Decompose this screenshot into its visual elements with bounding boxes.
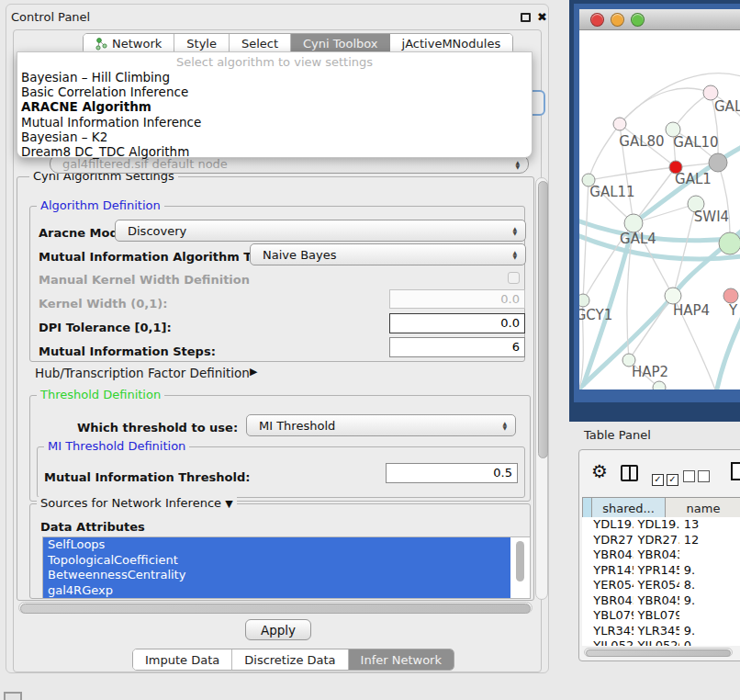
which-threshold-combo[interactable]: MI Threshold ▲▼: [246, 414, 516, 436]
hub-section-label[interactable]: Hub/Transcription Factor Definition: [35, 366, 250, 380]
mi-steps-label: Mutual Information Steps:: [39, 344, 216, 358]
network-node-label: HAP4: [673, 302, 710, 319]
settings-vscrollbar-thumb[interactable]: [538, 181, 548, 458]
tab-discretize-data[interactable]: Discretize Data: [232, 649, 348, 670]
tab-infer-network[interactable]: Infer Network: [349, 649, 454, 670]
table-row[interactable]: YBL079WYBL079W: [582, 608, 740, 624]
algorithm-dropdown: Select algorithm to view settings Bayesi…: [17, 51, 533, 158]
data-attribute-item[interactable]: BetweennessCentrality: [43, 568, 510, 583]
minimized-panel-icon[interactable]: [4, 692, 22, 700]
dpi-tolerance-field[interactable]: 0.0: [389, 313, 525, 333]
deselect-all-columns-icon[interactable]: [683, 469, 712, 486]
network-node[interactable]: [624, 214, 643, 232]
algorithm-option[interactable]: Bayesian – Hill Climbing: [17, 70, 532, 85]
data-attribute-item[interactable]: SelfLoops: [43, 537, 510, 553]
settings-hscrollbar-thumb[interactable]: [20, 604, 531, 614]
algorithm-option[interactable]: ARACNE Algorithm: [17, 99, 532, 114]
kernel-width-label: Kernel Width (0,1):: [39, 297, 167, 310]
table-row[interactable]: YLR345WYLR345W9.: [582, 624, 740, 639]
table-cell: YBL079W: [589, 608, 633, 624]
table-column-header[interactable]: [582, 497, 592, 519]
export-table-icon[interactable]: [731, 462, 740, 480]
sources-title[interactable]: Sources for Network Inference ▼: [37, 497, 237, 511]
table-row[interactable]: YBR045CYBR045C9.: [582, 593, 740, 609]
network-node[interactable]: [579, 294, 589, 307]
algorithm-definition-title: Algorithm Definition: [37, 199, 164, 212]
table-cell: [582, 578, 589, 593]
network-canvas[interactable]: GAL2GAL80GAL10GAL1GAL11SWI4GAL4HAP4YGCY1…: [579, 29, 740, 390]
algorithm-option[interactable]: Basic Correlation Inference: [17, 85, 532, 99]
apply-button[interactable]: Apply: [245, 619, 311, 640]
select-all-columns-icon[interactable]: ✓✓: [652, 469, 681, 486]
table-row[interactable]: YBR043CYBR043C: [582, 548, 740, 563]
tab-jactivemnodules[interactable]: jActiveMNodules: [390, 34, 513, 53]
tab-style[interactable]: Style: [174, 34, 230, 53]
table-cell: YBR043C: [589, 548, 633, 563]
table-hscrollbar[interactable]: [584, 648, 733, 657]
table-column-header[interactable]: shared...: [592, 497, 666, 519]
mi-threshold-label: Mutual Information Threshold:: [44, 470, 250, 484]
data-attributes-list[interactable]: SelfLoopsTopologicalCoefficientBetweenne…: [42, 536, 531, 599]
tab-jactivemnodules-label: jActiveMNodules: [402, 37, 501, 51]
table-cell: [582, 624, 589, 639]
table-header-row[interactable]: shared...nameA: [582, 497, 740, 519]
network-node[interactable]: [653, 381, 666, 390]
algorithm-option[interactable]: Bayesian – K2: [17, 130, 532, 144]
network-window-titlebar[interactable]: [579, 9, 740, 30]
stepper-icon: ▲▼: [502, 421, 507, 430]
bottom-tabbar: Impute Data Discretize Data Infer Networ…: [132, 649, 454, 671]
table-cell: YPR145W: [633, 563, 679, 579]
traffic-light-zoom-icon[interactable]: [631, 13, 645, 27]
table-row[interactable]: YIL052CYIL052C0.: [582, 638, 740, 646]
gear-icon[interactable]: ⚙: [591, 462, 608, 480]
mi-threshold-field[interactable]: 0.5: [386, 463, 518, 483]
traffic-light-minimize-icon[interactable]: [611, 13, 624, 27]
table-cell: [582, 548, 589, 563]
close-icon[interactable]: ✖: [537, 11, 547, 23]
table-row[interactable]: YER054CYER054C8.: [582, 578, 740, 593]
table-row[interactable]: YPR145WYPR145W9.: [582, 563, 740, 579]
tab-select[interactable]: Select: [230, 34, 291, 53]
table-row[interactable]: YDL19...YDL19...13: [582, 517, 740, 533]
tab-impute-data[interactable]: Impute Data: [133, 649, 232, 670]
network-node-label: GAL11: [589, 184, 634, 200]
settings-hscrollbar[interactable]: [18, 602, 533, 614]
tab-network[interactable]: Network: [84, 34, 174, 53]
table-column-header[interactable]: name: [666, 497, 740, 519]
algorithm-option[interactable]: Dream8 DC_TDC Algorithm: [17, 144, 532, 159]
table-cell: YDR27...: [633, 533, 679, 548]
table-row[interactable]: YDR27...YDR27...12: [582, 533, 740, 548]
traffic-light-close-icon[interactable]: [590, 13, 604, 27]
network-node[interactable]: [723, 288, 738, 303]
mi-type-label: Mutual Information Algorithm Type:: [39, 250, 280, 264]
network-node[interactable]: [719, 232, 740, 254]
manual-kernel-checkbox[interactable]: [508, 272, 520, 284]
data-attribute-item[interactable]: gal4RGexp: [43, 583, 510, 599]
data-attribute-item[interactable]: TopologicalCoefficient: [43, 553, 510, 569]
collapse-arrow-icon[interactable]: ▶: [250, 366, 257, 378]
mi-steps-field[interactable]: 6: [389, 337, 525, 357]
table-body[interactable]: YDL19...YDL19...13YDR27...YDR27...12YBR0…: [582, 517, 740, 646]
float-window-icon[interactable]: [521, 13, 531, 22]
network-view-window[interactable]: GAL2GAL80GAL10GAL1GAL11SWI4GAL4HAP4YGCY1…: [574, 4, 740, 402]
tab-cyni-toolbox[interactable]: Cyni Toolbox: [291, 34, 390, 53]
table-cell: 8.: [679, 578, 740, 593]
table-cell: [582, 593, 589, 609]
aracne-mode-combo[interactable]: Discovery ▲▼: [115, 220, 526, 242]
network-node-label: GCY1: [579, 307, 612, 323]
table-cell: [582, 533, 589, 548]
mi-type-combo[interactable]: Naive Bayes ▲▼: [250, 243, 526, 265]
mi-type-value: Naive Bayes: [263, 248, 336, 262]
network-icon: [95, 38, 107, 51]
table-hscrollbar-thumb[interactable]: [586, 649, 731, 657]
tab-select-label: Select: [241, 37, 278, 51]
list-vscrollbar-thumb[interactable]: [516, 541, 524, 581]
column-layout-icon[interactable]: [621, 465, 638, 481]
algorithm-option[interactable]: Mutual Information Inference: [17, 115, 532, 130]
stepper-icon: ▲▼: [512, 250, 517, 259]
table-cell: YBR045C: [633, 593, 679, 609]
network-node[interactable]: [613, 118, 626, 130]
network-node[interactable]: [709, 153, 727, 172]
settings-vscrollbar[interactable]: [535, 177, 548, 600]
table-cell: YDR27...: [589, 533, 633, 548]
